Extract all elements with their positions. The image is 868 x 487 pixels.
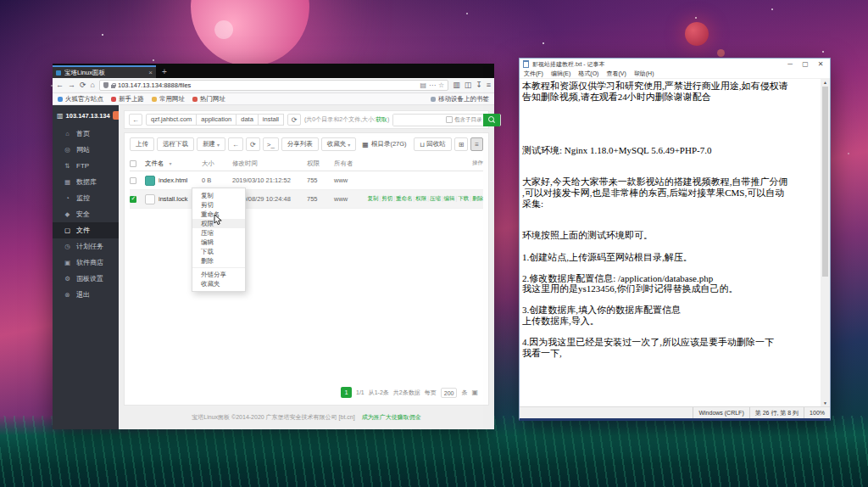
url-bar[interactable]: 103.147.13.134:8888/files ▤ ⋯ ☆ bbox=[99, 80, 448, 91]
bookmark-star-icon[interactable]: ☆ bbox=[438, 81, 444, 89]
sidebar-item-monitor[interactable]: ◔监控 bbox=[53, 190, 119, 206]
sidebar-item-logout[interactable]: ⊗退出 bbox=[53, 287, 119, 303]
up-dir-button[interactable]: ← bbox=[228, 137, 243, 151]
tab-close-icon[interactable]: × bbox=[148, 69, 153, 76]
mobile-bookmarks-folder[interactable]: 移动设备上的书签 bbox=[431, 95, 489, 104]
sidebar-item-security[interactable]: ◆安全 bbox=[53, 206, 119, 222]
reader-mode-icon[interactable]: ▤ bbox=[420, 81, 426, 89]
table-row[interactable]: index.html0 B2019/03/10 21:12:52755www bbox=[130, 171, 483, 190]
close-button[interactable]: ✕ bbox=[815, 59, 826, 70]
notepad-menu-item[interactable]: 文件(F) bbox=[524, 70, 543, 78]
minimize-button[interactable]: ─ bbox=[784, 59, 796, 70]
remote-download-button[interactable]: 远程下载 bbox=[157, 137, 194, 151]
breadcrumb-segment[interactable]: application bbox=[196, 114, 236, 126]
sidebar-item-files[interactable]: ▢文件 bbox=[53, 222, 119, 238]
path-back-button[interactable]: ← bbox=[129, 114, 142, 126]
edit-per-page-icon[interactable]: ▣ bbox=[471, 389, 478, 396]
grid-view-button[interactable]: ⊞ bbox=[454, 137, 469, 151]
terminal-button[interactable]: >_ bbox=[263, 137, 279, 151]
search-button[interactable] bbox=[483, 114, 500, 126]
library-icon[interactable]: ▥ bbox=[453, 81, 460, 89]
maximize-button[interactable]: ▢ bbox=[799, 59, 811, 70]
file-name-cell[interactable]: index.html bbox=[145, 176, 202, 186]
bookmark-item[interactable]: 热门网址 bbox=[192, 95, 225, 104]
forward-icon[interactable]: → bbox=[68, 81, 75, 89]
notepad-menu-item[interactable]: 查看(V) bbox=[606, 70, 626, 78]
header-size[interactable]: 大小 bbox=[202, 160, 232, 168]
sidebar-item-appstore[interactable]: ▣软件商店 bbox=[53, 255, 119, 271]
file-search-input[interactable] bbox=[393, 115, 446, 126]
scroll-down-icon[interactable]: ▼ bbox=[823, 400, 827, 406]
context-menu-item-压缩[interactable]: 压缩 bbox=[192, 228, 245, 238]
download-icon[interactable]: ↧ bbox=[476, 81, 482, 89]
context-menu-item-删除[interactable]: 删除 bbox=[192, 256, 245, 266]
disk-selector[interactable]: ▦ 根目录(27G) bbox=[362, 140, 406, 148]
scroll-up-icon[interactable]: ▲ bbox=[823, 79, 827, 86]
scroll-thumb[interactable] bbox=[822, 87, 828, 277]
sidebar-item-settings[interactable]: ⚙面板设置 bbox=[53, 271, 119, 287]
sidebar-toggle-icon[interactable]: ◫ bbox=[465, 81, 472, 89]
favorites-button[interactable]: 收藏夹▾ bbox=[321, 137, 357, 151]
file-name[interactable]: install.lock bbox=[159, 195, 188, 203]
context-menu-item-外链分享[interactable]: 外链分享 bbox=[192, 270, 245, 279]
row-action-复制[interactable]: 复制 bbox=[368, 195, 379, 201]
sidebar-item-database[interactable]: ▦数据库 bbox=[53, 174, 119, 190]
file-name[interactable]: index.html bbox=[159, 176, 187, 184]
context-menu-item-编辑[interactable]: 编辑 bbox=[192, 238, 245, 247]
menu-icon[interactable]: ≡ bbox=[487, 81, 491, 89]
row-action-编辑[interactable]: 编辑 bbox=[444, 195, 455, 201]
row-checkbox[interactable] bbox=[130, 177, 136, 184]
sidebar-item-sites[interactable]: ◎网站 bbox=[53, 142, 119, 158]
row-checkbox[interactable] bbox=[130, 196, 136, 203]
context-menu-item-剪切[interactable]: 剪切 bbox=[192, 200, 245, 210]
row-action-删除[interactable]: 删除 bbox=[472, 195, 483, 201]
browser-tab[interactable]: 宝塔Linux面板 × bbox=[53, 65, 156, 78]
home-icon[interactable]: ⌂ bbox=[91, 81, 95, 89]
page-number-button[interactable]: 1 bbox=[341, 387, 352, 398]
path-refresh-button[interactable]: ⟳ bbox=[287, 114, 301, 126]
context-menu-item-复制[interactable]: 复制 bbox=[192, 191, 245, 200]
breadcrumb-segment[interactable]: install bbox=[258, 114, 284, 126]
notepad-scrollbar[interactable]: ▲ ▼ bbox=[821, 79, 830, 406]
tracking-shield-icon[interactable] bbox=[103, 82, 108, 88]
context-menu-item-收藏夹[interactable]: 收藏夹 bbox=[192, 279, 245, 288]
sidebar-item-ftp[interactable]: ⇅FTP bbox=[53, 158, 119, 174]
row-action-权限[interactable]: 权限 bbox=[415, 195, 426, 201]
share-list-button[interactable]: 分享列表 bbox=[281, 137, 319, 151]
notepad-menu-item[interactable]: 帮助(H) bbox=[634, 70, 654, 78]
lock-icon[interactable] bbox=[111, 85, 115, 88]
notepad-menu-item[interactable]: 格式(O) bbox=[578, 70, 598, 78]
breadcrumb-segment[interactable]: data bbox=[236, 114, 259, 126]
row-action-剪切[interactable]: 剪切 bbox=[381, 195, 392, 201]
new-button[interactable]: 新建▾ bbox=[197, 137, 225, 151]
bookmark-item[interactable]: 常用网址 bbox=[152, 95, 185, 104]
header-owner[interactable]: 所有者 bbox=[334, 160, 366, 168]
include-subdir-checkbox[interactable]: 包含子目录 bbox=[446, 116, 484, 124]
notepad-menu-item[interactable]: 编辑(E) bbox=[551, 70, 570, 78]
select-all-checkbox[interactable] bbox=[130, 160, 136, 167]
notepad-text-area[interactable]: 本教程和资源仅供学习和研究使用,严禁进行商业用途,如有侵权请告知删除视频,请在观… bbox=[520, 79, 821, 406]
url-text[interactable]: 103.147.13.134:8888/files bbox=[118, 81, 417, 89]
refresh-button[interactable]: ⟳ bbox=[246, 137, 260, 151]
calc-size-link[interactable]: 获取 bbox=[376, 116, 387, 122]
notepad-titlebar[interactable]: 影视站搭建教程.txt - 记事本 ─ ▢ ✕ bbox=[520, 59, 830, 70]
sidebar-item-home[interactable]: ⌂首页 bbox=[53, 126, 119, 142]
bookmark-item[interactable]: 新手上路 bbox=[111, 95, 144, 104]
header-mtime[interactable]: 修改时间 bbox=[232, 160, 307, 168]
row-action-重命名[interactable]: 重命名 bbox=[396, 195, 413, 201]
back-icon[interactable]: ← bbox=[56, 81, 64, 89]
per-page-input[interactable]: 200 bbox=[441, 388, 458, 398]
server-row[interactable]: ▥ 103.147.13.134 bbox=[53, 105, 119, 126]
recycle-bin-button[interactable]: ⊔回收站 bbox=[414, 137, 451, 151]
header-perm[interactable]: 权限 bbox=[307, 160, 334, 168]
breadcrumb-segment[interactable]: qzf.jahbct.com bbox=[146, 114, 197, 126]
upload-button[interactable]: 上传 bbox=[130, 137, 154, 151]
footer-promo-link[interactable]: 成为推广大使赚取佣金 bbox=[362, 413, 421, 422]
bookmark-item[interactable]: 火狐官方站点 bbox=[58, 95, 103, 104]
row-action-压缩[interactable]: 压缩 bbox=[430, 195, 441, 201]
page-actions-icon[interactable]: ⋯ bbox=[429, 81, 436, 89]
sidebar-item-cron[interactable]: ◷计划任务 bbox=[53, 238, 119, 255]
context-menu-item-下载[interactable]: 下载 bbox=[192, 247, 245, 256]
new-tab-button[interactable]: + bbox=[156, 65, 173, 78]
header-filename[interactable]: 文件名▾ bbox=[145, 160, 202, 168]
